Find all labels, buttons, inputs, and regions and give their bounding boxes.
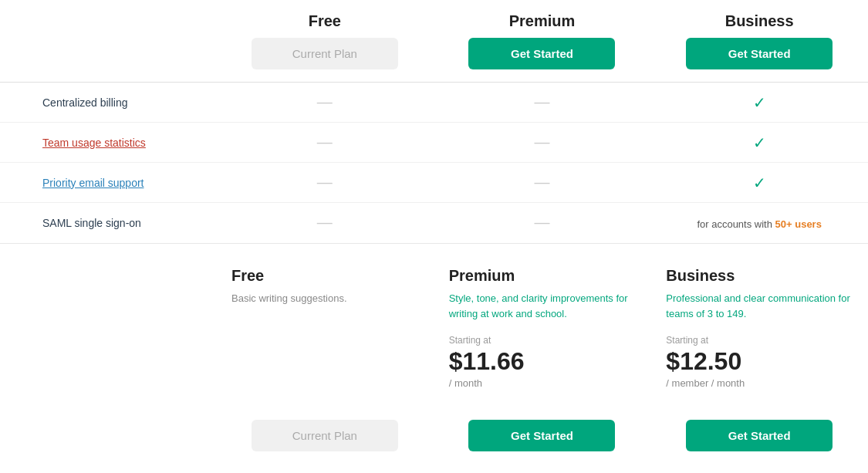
premium-get-started-button-bottom[interactable]: Get Started bbox=[468, 420, 615, 451]
premium-centralized-billing-cell: — bbox=[434, 94, 651, 111]
free-team-usage-cell: — bbox=[216, 134, 434, 151]
business-get-started-button-bottom[interactable]: Get Started bbox=[686, 420, 833, 451]
premium-plan-title: Premium bbox=[509, 12, 576, 29]
dash-icon: — bbox=[317, 93, 333, 110]
dash-icon: — bbox=[534, 174, 549, 191]
business-plan-title: Business bbox=[725, 12, 794, 29]
business-get-started-button-top[interactable]: Get Started bbox=[686, 38, 833, 69]
premium-starting-at: Starting at bbox=[449, 335, 636, 346]
saml-highlight: 50+ users bbox=[775, 218, 822, 230]
business-centralized-billing-cell: ✓ bbox=[650, 93, 868, 112]
bottom-cta-row: Current Plan Get Started Get Started bbox=[0, 404, 868, 467]
feature-row-priority-email: Priority email support — — ✓ bbox=[0, 163, 868, 203]
feature-name-saml[interactable]: SAML single sign-on bbox=[0, 208, 216, 238]
dash-icon: — bbox=[317, 174, 333, 191]
pricing-cards: Free Basic writing suggestions. Premium … bbox=[0, 244, 868, 404]
business-plan-desc: Professional and clear communication for… bbox=[666, 291, 853, 321]
free-priority-email-cell: — bbox=[216, 174, 434, 191]
pricing-table: Free Current Plan Premium Get Started Bu… bbox=[0, 0, 868, 473]
check-icon: ✓ bbox=[753, 134, 766, 151]
free-plan-name: Free bbox=[231, 267, 418, 285]
business-saml-cell: for accounts with 50+ users bbox=[650, 215, 868, 231]
feature-row-saml: SAML single sign-on — — for accounts wit… bbox=[0, 203, 868, 243]
feature-row-centralized-billing: Centralized billing — — ✓ bbox=[0, 83, 868, 123]
business-priority-email-cell: ✓ bbox=[650, 174, 868, 192]
dash-icon: — bbox=[534, 93, 549, 110]
free-plan-desc: Basic writing suggestions. bbox=[231, 291, 418, 306]
premium-get-started-button-top[interactable]: Get Started bbox=[468, 38, 615, 69]
feature-row-team-usage: Team usage statistics — — ✓ bbox=[0, 123, 868, 163]
header-premium: Premium Get Started bbox=[434, 12, 651, 69]
business-plan-name: Business bbox=[666, 267, 853, 285]
pricing-card-premium: Premium Style, tone, and clarity improve… bbox=[434, 267, 651, 389]
feature-name-centralized-billing[interactable]: Centralized billing bbox=[0, 87, 216, 118]
saml-custom-text: for accounts with 50+ users bbox=[689, 218, 829, 230]
current-plan-button-bottom[interactable]: Current Plan bbox=[252, 420, 398, 451]
features-section: Centralized billing — — ✓ Team usage sta… bbox=[0, 83, 868, 244]
premium-period: / month bbox=[449, 377, 636, 389]
header-free: Free Current Plan bbox=[216, 12, 434, 69]
free-plan-title: Free bbox=[309, 12, 341, 29]
business-period: / member / month bbox=[666, 377, 853, 389]
check-icon: ✓ bbox=[753, 94, 766, 111]
bottom-premium-action: Get Started bbox=[434, 412, 651, 451]
header-business: Business Get Started bbox=[650, 12, 868, 69]
dash-icon: — bbox=[534, 133, 549, 150]
business-team-usage-cell: ✓ bbox=[650, 133, 868, 152]
premium-price: $11.66 bbox=[449, 347, 636, 376]
dash-icon: — bbox=[534, 214, 549, 231]
premium-priority-email-cell: — bbox=[434, 174, 651, 191]
feature-name-team-usage[interactable]: Team usage statistics bbox=[0, 127, 216, 158]
premium-plan-name: Premium bbox=[449, 267, 636, 285]
bottom-business-action: Get Started bbox=[650, 412, 868, 451]
free-saml-cell: — bbox=[216, 215, 434, 231]
feature-name-priority-email[interactable]: Priority email support bbox=[0, 167, 216, 198]
current-plan-button-top[interactable]: Current Plan bbox=[252, 38, 398, 69]
premium-team-usage-cell: — bbox=[434, 134, 651, 151]
premium-saml-cell: — bbox=[434, 215, 651, 231]
header-row: Free Current Plan Premium Get Started Bu… bbox=[0, 0, 868, 83]
pricing-card-business: Business Professional and clear communic… bbox=[650, 267, 868, 389]
business-starting-at: Starting at bbox=[666, 335, 853, 346]
dash-icon: — bbox=[317, 214, 333, 231]
dash-icon: — bbox=[317, 133, 333, 150]
pricing-card-free: Free Basic writing suggestions. bbox=[216, 267, 434, 306]
premium-plan-desc: Style, tone, and clarity improvements fo… bbox=[449, 291, 636, 321]
business-price: $12.50 bbox=[666, 347, 853, 376]
bottom-free-action: Current Plan bbox=[216, 412, 434, 451]
check-icon: ✓ bbox=[753, 174, 766, 191]
free-centralized-billing-cell: — bbox=[216, 94, 434, 111]
